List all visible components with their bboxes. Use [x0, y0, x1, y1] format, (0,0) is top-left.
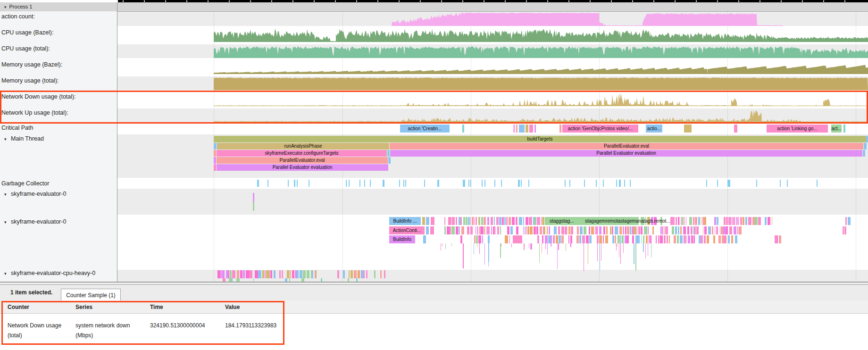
gc-tick[interactable] — [470, 180, 471, 187]
gc-tick[interactable] — [437, 180, 439, 187]
trace-slice[interactable] — [579, 235, 581, 243]
trace-slice[interactable] — [714, 217, 717, 225]
trace-slice[interactable] — [680, 235, 683, 243]
trace-slice[interactable] — [635, 235, 638, 243]
trace-slice[interactable] — [312, 270, 313, 278]
main-thread-slice[interactable] — [214, 150, 216, 157]
trace-slice[interactable] — [618, 235, 620, 243]
evaluator-slice[interactable] — [430, 226, 434, 234]
trace-slice[interactable] — [448, 217, 451, 225]
gc-tick[interactable] — [756, 180, 757, 187]
trace-slice[interactable] — [461, 226, 464, 234]
trace-slice[interactable] — [734, 226, 737, 234]
gc-tick[interactable] — [468, 180, 469, 187]
trace-slice[interactable] — [459, 217, 460, 225]
trace-slice[interactable] — [568, 226, 568, 234]
trace-slice[interactable] — [599, 226, 602, 234]
trace-slice[interactable] — [444, 226, 446, 234]
trace-slice[interactable] — [589, 235, 592, 243]
main-thread-slice[interactable]: Parallel Evaluator evaluation — [217, 164, 388, 171]
evaluator-marker-slice[interactable] — [253, 193, 254, 202]
gc-tick[interactable] — [297, 180, 298, 187]
trace-slice[interactable] — [726, 226, 728, 234]
trace-slice[interactable] — [217, 270, 221, 278]
trace-slice[interactable] — [684, 235, 686, 243]
trace-slice[interactable] — [605, 235, 608, 243]
trace-slice[interactable] — [505, 235, 508, 243]
gc-tick[interactable] — [569, 180, 570, 187]
track-band-7[interactable] — [117, 122, 868, 134]
trace-slice[interactable] — [534, 226, 536, 234]
trace-slice[interactable] — [715, 226, 715, 234]
trace-slice[interactable] — [664, 235, 666, 243]
gc-tick[interactable] — [424, 180, 425, 187]
trace-slice[interactable] — [688, 235, 690, 243]
trace-slice[interactable] — [678, 226, 679, 234]
tab-counter-sample[interactable]: Counter Sample (1) — [61, 289, 121, 301]
gc-tick[interactable] — [359, 180, 360, 187]
trace-slice[interactable] — [558, 226, 560, 234]
gc-tick[interactable] — [521, 180, 522, 187]
trace-slice[interactable] — [597, 235, 599, 243]
sidebar-track-skyframe-evaluator-0[interactable]: ▾skyframe-evaluator-0 — [0, 218, 117, 226]
gc-tick[interactable] — [405, 180, 406, 187]
trace-slice[interactable] — [542, 235, 543, 243]
trace-slice[interactable] — [612, 235, 614, 243]
trace-slice[interactable] — [576, 235, 579, 243]
trace-slice[interactable] — [553, 235, 555, 243]
counter-chart-memory-usage-bazel-[interactable] — [0, 60, 868, 74]
trace-slice[interactable] — [724, 217, 726, 225]
evaluator-slice[interactable] — [431, 217, 434, 225]
trace-slice[interactable] — [777, 235, 778, 243]
trace-slice[interactable] — [716, 226, 718, 234]
trace-slice[interactable] — [512, 217, 515, 225]
trace-slice[interactable] — [484, 217, 486, 225]
trace-slice[interactable] — [674, 235, 676, 243]
gc-tick[interactable] — [383, 180, 384, 187]
trace-slice[interactable] — [509, 235, 510, 243]
trace-slice[interactable] — [684, 226, 686, 234]
cpu-heavy-slice[interactable] — [348, 278, 349, 282]
evaluator-marker-slice[interactable] — [253, 202, 254, 211]
trace-slice[interactable] — [667, 235, 668, 243]
trace-slice[interactable] — [300, 270, 302, 278]
trace-slice[interactable] — [459, 226, 460, 234]
trace-slice[interactable] — [484, 226, 485, 234]
gc-tick[interactable] — [596, 180, 597, 187]
trace-slice[interactable] — [634, 226, 636, 234]
trace-slice[interactable] — [728, 217, 732, 225]
trace-slice[interactable] — [232, 270, 235, 278]
trace-slice[interactable] — [456, 217, 457, 225]
trace-slice[interactable] — [301, 278, 304, 282]
gc-tick[interactable] — [728, 180, 730, 187]
trace-slice[interactable] — [726, 217, 728, 225]
cpu-heavy-slice[interactable] — [343, 270, 345, 278]
critical-path-slice[interactable] — [462, 125, 464, 133]
trace-slice[interactable] — [672, 226, 675, 234]
gc-tick[interactable] — [463, 180, 465, 187]
trace-slice[interactable] — [712, 226, 713, 234]
critical-path-slice[interactable]: action 'GenObjcProtos video/... — [562, 125, 638, 133]
trace-slice[interactable] — [620, 235, 621, 243]
trace-slice[interactable] — [648, 226, 649, 234]
panel-divider[interactable] — [0, 282, 868, 285]
critical-path-slice[interactable]: actio... — [646, 125, 662, 133]
cpu-heavy-slice[interactable] — [384, 270, 385, 278]
gc-tick[interactable] — [619, 180, 621, 187]
trace-slice[interactable] — [229, 278, 232, 282]
cpu-heavy-slice[interactable] — [321, 278, 322, 282]
gc-tick[interactable] — [370, 180, 371, 187]
trace-slice[interactable] — [249, 270, 252, 278]
counter-chart-action-count[interactable] — [0, 12, 868, 26]
evaluator-slice[interactable] — [426, 226, 429, 234]
trace-slice[interactable] — [452, 217, 455, 225]
trace-slice[interactable] — [270, 270, 272, 278]
sidebar-track-skyframe-evaluator-0[interactable]: ▾skyframe-evaluator-0 — [0, 190, 117, 199]
critical-path-slice[interactable] — [843, 125, 845, 133]
counter-chart-network-up-usage-total-[interactable] — [0, 108, 868, 122]
trace-slice[interactable] — [253, 278, 254, 282]
trace-slice[interactable] — [266, 270, 269, 278]
main-thread-slice[interactable] — [388, 157, 391, 164]
gc-tick[interactable] — [399, 180, 400, 187]
trace-slice[interactable] — [686, 217, 686, 225]
